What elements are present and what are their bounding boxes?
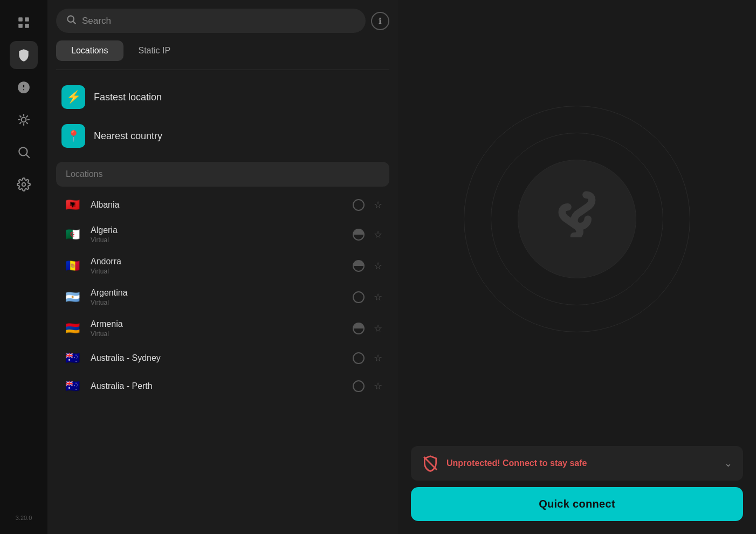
nearest-icon: 📍	[61, 124, 85, 148]
radio-australia-sydney[interactable]	[353, 352, 365, 364]
brand-logo	[553, 189, 601, 249]
svg-point-10	[22, 183, 26, 187]
svg-rect-3	[25, 24, 29, 28]
shield-off-icon	[422, 455, 439, 472]
location-sub-andorra: Virtual	[91, 268, 345, 275]
location-info-armenia: Armenia Virtual	[91, 319, 345, 338]
location-name-albania: Albania	[91, 200, 345, 210]
flag-albania: 🇦🇱	[61, 197, 83, 213]
location-info-algeria: Algeria Virtual	[91, 225, 345, 244]
radio-andorra[interactable]	[353, 260, 365, 272]
flag-algeria: 🇩🇿	[61, 227, 83, 242]
location-actions-algeria: ☆	[353, 229, 384, 241]
radio-australia-perth[interactable]	[353, 380, 365, 392]
location-item-australia-perth[interactable]: 🇦🇺 Australia - Perth ☆	[56, 372, 389, 400]
tabs: Locations Static IP	[56, 40, 389, 61]
location-info-australia-perth: Australia - Perth	[91, 381, 345, 391]
flag-argentina: 🇦🇷	[61, 290, 83, 305]
radio-albania[interactable]	[353, 199, 365, 211]
chevron-down-icon[interactable]: ⌄	[724, 457, 732, 469]
search-glass-icon[interactable]	[10, 138, 38, 166]
location-item-albania[interactable]: 🇦🇱 Albania ☆	[56, 191, 389, 219]
settings-icon[interactable]	[10, 170, 38, 198]
location-info-australia-sydney: Australia - Sydney	[91, 353, 345, 363]
right-panel: Unprotected! Connect to stay safe ⌄ Quic…	[398, 0, 756, 534]
location-item-argentina[interactable]: 🇦🇷 Argentina Virtual ☆	[56, 282, 389, 313]
svg-point-6	[23, 89, 24, 90]
location-actions-australia-perth: ☆	[353, 380, 384, 392]
location-sub-algeria: Virtual	[91, 236, 345, 244]
location-name-argentina: Argentina	[91, 288, 345, 298]
locations-section-header: Locations	[56, 162, 389, 187]
grid-icon[interactable]	[10, 9, 38, 37]
location-item-andorra[interactable]: 🇦🇩 Andorra Virtual ☆	[56, 250, 389, 282]
radio-armenia[interactable]	[353, 323, 365, 334]
left-panel: ℹ Locations Static IP ⚡ Fastest location…	[47, 0, 398, 534]
svg-line-9	[26, 155, 30, 158]
tab-locations[interactable]: Locations	[56, 40, 123, 61]
alert-icon[interactable]	[10, 73, 38, 101]
flag-australia-sydney: 🇦🇺	[61, 351, 83, 366]
star-albania[interactable]: ☆	[372, 199, 384, 211]
star-argentina[interactable]: ☆	[372, 291, 384, 303]
location-name-andorra: Andorra	[91, 257, 345, 266]
nearest-label: Nearest country	[94, 131, 162, 142]
radio-algeria[interactable]	[353, 229, 365, 241]
location-item-australia-sydney[interactable]: 🇦🇺 Australia - Sydney ☆	[56, 344, 389, 372]
search-icon	[66, 14, 77, 28]
location-name-australia-perth: Australia - Perth	[91, 381, 345, 391]
location-actions-andorra: ☆	[353, 260, 384, 272]
location-actions-armenia: ☆	[353, 323, 384, 334]
location-info-andorra: Andorra Virtual	[91, 257, 345, 275]
info-icon[interactable]: ℹ	[371, 12, 389, 30]
version-label: 3.20.0	[16, 515, 32, 525]
location-name-algeria: Algeria	[91, 225, 345, 235]
star-andorra[interactable]: ☆	[372, 260, 384, 272]
search-input[interactable]	[82, 16, 356, 26]
logo-circles	[464, 106, 690, 332]
location-actions-albania: ☆	[353, 199, 384, 211]
svg-point-8	[19, 147, 27, 155]
bug-icon[interactable]	[10, 106, 38, 134]
location-info-albania: Albania	[91, 200, 345, 210]
flag-australia-perth: 🇦🇺	[61, 379, 83, 394]
location-actions-australia-sydney: ☆	[353, 352, 384, 364]
flag-armenia: 🇦🇲	[61, 321, 83, 336]
radio-argentina[interactable]	[353, 291, 365, 303]
location-actions-argentina: ☆	[353, 291, 384, 303]
location-info-argentina: Argentina Virtual	[91, 288, 345, 306]
svg-point-7	[22, 118, 26, 122]
star-australia-sydney[interactable]: ☆	[372, 352, 384, 364]
logo-area	[398, 0, 756, 437]
flag-andorra: 🇦🇩	[61, 258, 83, 273]
fastest-location-option[interactable]: ⚡ Fastest location	[56, 78, 389, 117]
star-algeria[interactable]: ☆	[372, 229, 384, 241]
sidebar: 3.20.0	[0, 0, 47, 534]
status-bar[interactable]: Unprotected! Connect to stay safe ⌄	[411, 446, 743, 481]
star-armenia[interactable]: ☆	[372, 323, 384, 334]
location-name-armenia: Armenia	[91, 319, 345, 329]
svg-line-12	[73, 22, 76, 24]
svg-rect-1	[25, 17, 29, 22]
nearest-country-option[interactable]: 📍 Nearest country	[56, 117, 389, 155]
bottom-bar: Unprotected! Connect to stay safe ⌄ Quic…	[398, 437, 756, 534]
search-bar: ℹ	[56, 9, 389, 33]
svg-point-11	[67, 16, 74, 22]
star-australia-perth[interactable]: ☆	[372, 380, 384, 392]
shield-nav-icon[interactable]	[10, 41, 38, 69]
location-sub-armenia: Virtual	[91, 330, 345, 338]
fastest-icon: ⚡	[61, 85, 85, 109]
location-name-australia-sydney: Australia - Sydney	[91, 353, 345, 363]
location-item-armenia[interactable]: 🇦🇲 Armenia Virtual ☆	[56, 313, 389, 344]
location-item-algeria[interactable]: 🇩🇿 Algeria Virtual ☆	[56, 219, 389, 250]
location-list: 🇦🇱 Albania ☆ 🇩🇿 Algeria Virtual ☆ 🇦🇩	[56, 191, 389, 525]
tab-static-ip[interactable]: Static IP	[123, 40, 186, 61]
search-input-wrap[interactable]	[56, 9, 366, 33]
divider	[56, 70, 389, 70]
svg-rect-0	[18, 17, 23, 22]
sidebar-nav	[10, 9, 38, 510]
location-sub-argentina: Virtual	[91, 299, 345, 306]
svg-rect-2	[18, 24, 23, 28]
quick-connect-button[interactable]: Quick connect	[411, 487, 743, 521]
status-text: Unprotected! Connect to stay safe	[446, 458, 717, 468]
